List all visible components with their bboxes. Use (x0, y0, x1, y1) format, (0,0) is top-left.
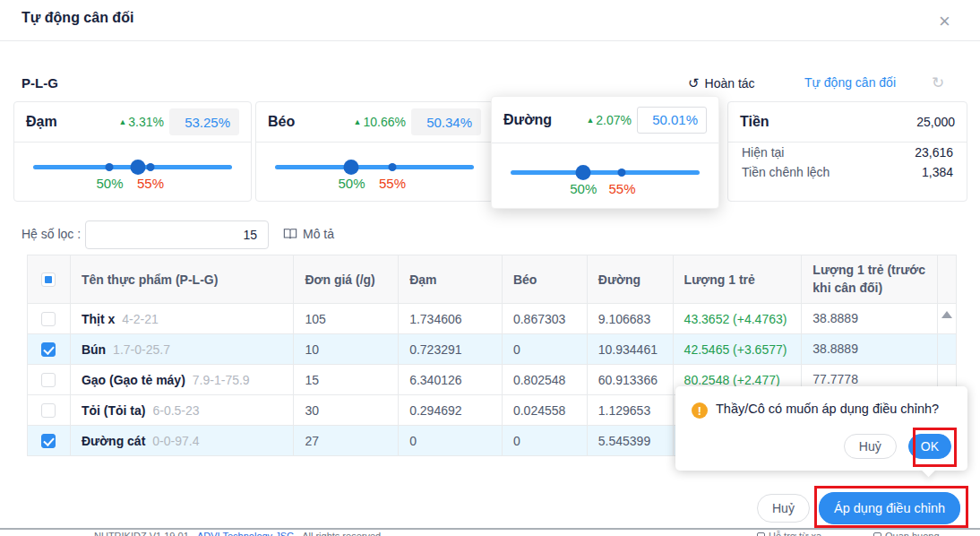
book-icon (283, 228, 297, 240)
money-diff-value: 1,384 (922, 165, 953, 179)
page-footer: NUTRIKIDZ V1.19.01 - ADVI Technology JSC… (0, 530, 980, 536)
footer-copyright: NUTRIKIDZ V1.19.01 - ADVI Technology JSC… (94, 531, 383, 536)
table-row[interactable]: Thịt x4-2-21 105 1.734606 0.867303 9.106… (28, 304, 956, 334)
up-arrow-icon: ▲ (586, 116, 594, 125)
col-header-amount-before: Lượng 1 trẻ (trước khi cân đối) (802, 255, 938, 303)
auto-balance-link[interactable]: Tự động cân đối (804, 75, 896, 90)
card-fat-delta: ▲10.66% (354, 115, 406, 129)
card-protein: Đạm ▲3.31% 50% 55% (13, 101, 252, 202)
money-diff-label: Tiền chênh lệch (742, 165, 830, 179)
slider-max-label: 55% (608, 181, 635, 196)
table-scrollbar[interactable] (938, 334, 956, 364)
description-label: Mô tả (303, 227, 334, 241)
table-scrollbar-header (938, 255, 956, 303)
slider-max-label: 55% (379, 176, 406, 191)
up-arrow-icon: ▲ (354, 117, 362, 126)
slider-max-dot (388, 163, 396, 171)
plg-label: P-L-G (21, 75, 58, 91)
auto-balance-modal: Tự động cân đối × P-L-G ↺ Hoàn tác Tự độ… (0, 0, 980, 536)
warning-icon: ! (692, 402, 708, 419)
footer-remote-support[interactable]: Hỗ trợ từ xa (757, 531, 821, 536)
slider-max-dot (146, 163, 154, 171)
header-divider (0, 40, 980, 41)
undo-button[interactable]: ↺ Hoàn tác (688, 75, 755, 91)
table-scrollbar[interactable] (938, 304, 956, 333)
user-icon (873, 532, 881, 536)
footer-company-link[interactable]: ADVI Technology JSC (197, 531, 294, 536)
filter-coefficient-label: Hệ số lọc : (21, 227, 81, 241)
money-current-value: 23,616 (915, 145, 953, 160)
redo-icon[interactable]: ↻ (932, 73, 944, 92)
select-all-checkbox[interactable] (41, 272, 56, 287)
fat-slider-thumb[interactable] (344, 160, 359, 175)
row-checkbox[interactable] (41, 342, 56, 357)
footer-account[interactable]: Quan huong (873, 531, 940, 536)
card-money: Tiền 25,000 Hiện tại 23,616 Tiền chênh l… (727, 101, 967, 202)
money-diff-row: Tiền chênh lệch 1,384 (728, 162, 967, 182)
col-header-sugar: Đường (588, 255, 674, 303)
page-title: Tự động cân đối (21, 10, 133, 26)
money-title: Tiền (740, 114, 769, 130)
card-sugar: Đường ▲2.07% 50% 55% (491, 96, 719, 209)
slider-min-dot (106, 163, 114, 171)
card-protein-value-input[interactable] (169, 108, 239, 135)
table-header-row: Tên thực phẩm (P-L-G) Đơn giá (/g) Đạm B… (28, 255, 956, 304)
fat-slider[interactable]: 50% 55% (275, 165, 474, 169)
col-header-protein: Đạm (399, 255, 503, 303)
poptip-ok-button[interactable]: OK (908, 434, 951, 459)
up-arrow-icon: ▲ (118, 117, 126, 126)
money-total: 25,000 (916, 115, 955, 129)
protein-slider-thumb[interactable] (130, 160, 145, 175)
filter-coefficient-input[interactable] (85, 220, 269, 249)
col-header-fat: Béo (503, 255, 588, 303)
undo-icon: ↺ (688, 75, 700, 91)
sugar-slider-thumb[interactable] (576, 165, 591, 180)
slider-min-label: 50% (338, 176, 365, 191)
row-checkbox[interactable] (41, 434, 56, 448)
poptip-caret (922, 463, 936, 478)
scroll-up-icon[interactable] (941, 311, 952, 318)
row-checkbox[interactable] (41, 373, 56, 387)
undo-label: Hoàn tác (705, 76, 755, 91)
cancel-button[interactable]: Huỷ (757, 494, 810, 523)
table-row[interactable]: Bún1.7-0-25.7 10 0.723291 0 10.934461 42… (28, 334, 956, 365)
card-fat-name: Béo (268, 114, 295, 130)
slider-max-label: 55% (137, 176, 164, 191)
apply-adjustment-button[interactable]: Áp dụng điều chỉnh (819, 492, 960, 524)
poptip-message: Thầy/Cô có muốn áp dụng điều chỉnh? (716, 402, 939, 416)
card-sugar-name: Đường (503, 112, 552, 128)
col-header-name: Tên thực phẩm (P-L-G) (71, 255, 294, 303)
money-current-label: Hiện tại (742, 145, 784, 160)
col-header-amount: Lượng 1 trẻ (674, 255, 803, 303)
slider-min-label: 50% (570, 181, 597, 196)
poptip-cancel-button[interactable]: Huỷ (844, 434, 897, 459)
slider-min-label: 50% (96, 176, 123, 191)
card-fat: Béo ▲10.66% 50% 55% (255, 101, 494, 202)
protein-slider[interactable]: 50% 55% (33, 165, 232, 169)
sugar-slider[interactable]: 50% 55% (511, 170, 700, 175)
confirm-poptip: ! Thầy/Cô có muốn áp dụng điều chỉnh? Hu… (675, 386, 967, 471)
money-current-row: Hiện tại 23,616 (728, 143, 967, 162)
card-sugar-delta: ▲2.07% (586, 113, 632, 127)
col-header-price: Đơn giá (/g) (294, 255, 399, 303)
card-sugar-value-input[interactable] (637, 107, 707, 134)
row-checkbox[interactable] (41, 312, 56, 326)
card-protein-delta: ▲3.31% (118, 115, 164, 129)
slider-max-dot (618, 169, 626, 177)
close-icon[interactable]: × (939, 12, 950, 31)
support-icon (757, 532, 765, 536)
card-protein-name: Đạm (26, 114, 57, 130)
row-checkbox[interactable] (41, 403, 56, 418)
card-fat-value-input[interactable] (411, 108, 481, 135)
description-link[interactable]: Mô tả (283, 227, 334, 241)
